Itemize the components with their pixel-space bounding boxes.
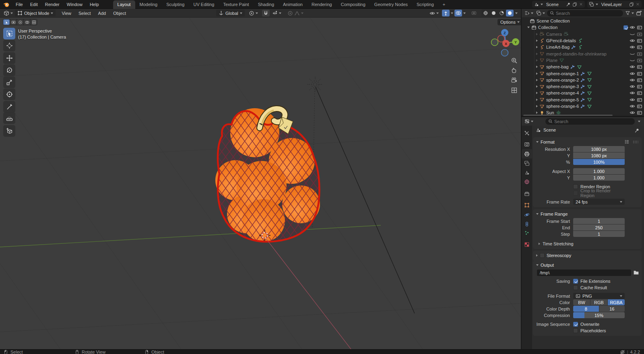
outliner-row-collection[interactable]: Collection bbox=[522, 24, 644, 31]
hide-eye-icon[interactable] bbox=[630, 38, 635, 43]
outliner-row-gpencil-details[interactable]: GPencil-details bbox=[522, 37, 644, 44]
chevron-down-icon[interactable] bbox=[463, 12, 466, 14]
depth-16-button[interactable]: 16 bbox=[599, 306, 625, 312]
expand-icon[interactable] bbox=[536, 66, 538, 68]
hide-eye-icon[interactable] bbox=[630, 58, 635, 63]
select-mode-lasso[interactable] bbox=[24, 19, 30, 25]
panel-title[interactable]: Frame Range bbox=[541, 212, 568, 216]
menu-help[interactable]: Help bbox=[86, 0, 103, 9]
workspace-tab-shading[interactable]: Shading bbox=[254, 0, 279, 9]
menu-file[interactable]: File bbox=[12, 0, 27, 9]
outliner-row-sphere-orange-5[interactable]: sphere-orange-5 bbox=[522, 97, 644, 103]
overlays-toggle[interactable] bbox=[454, 10, 462, 16]
viewlayer-name[interactable]: ViewLayer bbox=[600, 2, 627, 7]
add-workspace-button[interactable]: + bbox=[438, 0, 450, 9]
collection-checkbox[interactable] bbox=[623, 25, 628, 30]
tab-object[interactable] bbox=[522, 200, 532, 210]
render-camera-icon[interactable] bbox=[637, 44, 642, 50]
render-camera-icon[interactable] bbox=[637, 110, 642, 115]
render-camera-icon[interactable] bbox=[637, 97, 642, 103]
viewport-3d[interactable]: Z Y X bbox=[0, 18, 521, 349]
presets-icon[interactable] bbox=[624, 139, 630, 144]
outliner-editor-type-button[interactable] bbox=[524, 10, 534, 17]
pin-icon[interactable] bbox=[634, 128, 640, 133]
render-camera-icon[interactable] bbox=[637, 58, 642, 63]
properties-search-input[interactable] bbox=[554, 119, 632, 124]
color-bw-button[interactable]: BW bbox=[573, 299, 590, 305]
menu-select[interactable]: Select bbox=[75, 9, 95, 18]
zoom-button[interactable] bbox=[509, 56, 519, 65]
outliner-row-lineart-bag[interactable]: LineArt-Bag bbox=[522, 44, 644, 50]
render-camera-icon[interactable] bbox=[637, 103, 642, 109]
panel-grip[interactable] bbox=[633, 140, 638, 144]
render-camera-icon[interactable] bbox=[637, 64, 642, 70]
aspect-x-field[interactable]: 1.000 bbox=[573, 168, 625, 174]
snap-settings-dropdown[interactable] bbox=[272, 10, 283, 17]
xray-toggle[interactable] bbox=[470, 10, 478, 16]
tool-add-cube[interactable] bbox=[3, 125, 15, 137]
outliner-filter-button[interactable] bbox=[624, 10, 635, 17]
tab-texture[interactable] bbox=[522, 240, 532, 249]
outliner-row-sphere-orange-3[interactable]: sphere-orange-3 bbox=[522, 83, 644, 90]
expand-icon[interactable] bbox=[527, 27, 530, 28]
new-collection-button[interactable] bbox=[636, 10, 642, 16]
workspace-tab-rendering[interactable]: Rendering bbox=[307, 0, 336, 9]
collapse-icon[interactable] bbox=[536, 213, 539, 215]
chevron-down-icon[interactable] bbox=[541, 4, 543, 5]
expand-icon[interactable] bbox=[536, 33, 538, 35]
hide-eye-icon[interactable] bbox=[630, 77, 635, 83]
viewport-canvas[interactable]: Z Y X bbox=[0, 18, 521, 349]
shading-solid-button[interactable] bbox=[490, 10, 497, 16]
shading-rendered-button[interactable] bbox=[506, 10, 514, 16]
frame-step-field[interactable]: 1 bbox=[573, 231, 625, 237]
tool-cursor[interactable] bbox=[3, 40, 15, 51]
orthographic-toggle-button[interactable] bbox=[509, 86, 519, 95]
close-icon[interactable] bbox=[579, 2, 583, 6]
gizmo-neg-y-ball[interactable] bbox=[491, 39, 498, 46]
expand-icon[interactable] bbox=[536, 85, 538, 88]
workspace-tab-sculpting[interactable]: Sculpting bbox=[162, 0, 189, 9]
tab-render[interactable] bbox=[522, 140, 532, 149]
tool-select-box[interactable] bbox=[3, 28, 15, 39]
menu-view[interactable]: View bbox=[58, 9, 75, 18]
outliner-row-sphere-orange-4[interactable]: sphere-orange-4 bbox=[522, 90, 644, 96]
outliner-row-sphere-bag[interactable]: sphere-bag bbox=[522, 64, 644, 70]
file-extensions-checkbox[interactable] bbox=[573, 279, 578, 284]
output-path-field[interactable] bbox=[537, 270, 631, 276]
folder-icon[interactable] bbox=[633, 270, 639, 276]
collapse-icon[interactable] bbox=[536, 141, 539, 143]
color-rgba-button[interactable]: RGBA bbox=[608, 299, 625, 305]
menu-object[interactable]: Object bbox=[109, 9, 130, 18]
render-camera-icon[interactable] bbox=[637, 84, 642, 89]
outliner-search-input[interactable] bbox=[556, 11, 620, 16]
stereoscopy-checkbox[interactable] bbox=[540, 253, 545, 258]
frame-rate-dropdown[interactable]: 24 fps bbox=[573, 199, 625, 205]
outliner-row-camera[interactable]: Camera bbox=[522, 31, 644, 37]
collapse-icon[interactable] bbox=[536, 264, 539, 266]
cache-result-checkbox[interactable] bbox=[573, 285, 578, 290]
expand-icon[interactable] bbox=[536, 59, 538, 62]
hide-eye-icon[interactable] bbox=[630, 51, 635, 57]
outliner-row-plane[interactable]: Plane bbox=[522, 57, 644, 64]
sun-lamp-object[interactable] bbox=[308, 77, 323, 92]
tool-transform[interactable] bbox=[3, 88, 15, 100]
breadcrumb-label[interactable]: Scene bbox=[543, 128, 556, 132]
expand-icon[interactable] bbox=[536, 46, 538, 48]
aspect-y-field[interactable]: 1.000 bbox=[573, 175, 625, 181]
outliner-display-mode-button[interactable] bbox=[535, 10, 546, 17]
tab-collection[interactable] bbox=[522, 189, 532, 198]
pan-hand-button[interactable] bbox=[509, 66, 519, 74]
render-camera-icon[interactable] bbox=[637, 38, 642, 43]
menu-window[interactable]: Window bbox=[63, 0, 86, 9]
select-mode-tweak[interactable] bbox=[3, 19, 10, 25]
workspace-tab-compositing[interactable]: Compositing bbox=[336, 0, 370, 9]
resolution-percent-slider[interactable]: 100% bbox=[573, 159, 625, 165]
render-camera-icon[interactable] bbox=[637, 51, 642, 57]
tab-world[interactable] bbox=[522, 177, 532, 186]
chevron-down-icon[interactable] bbox=[515, 12, 518, 14]
tool-annotate[interactable] bbox=[3, 101, 15, 113]
hide-eye-icon[interactable] bbox=[630, 110, 635, 115]
options-button[interactable]: Options bbox=[497, 19, 522, 25]
tab-tool[interactable] bbox=[522, 128, 532, 138]
new-scene-icon[interactable] bbox=[572, 2, 577, 7]
